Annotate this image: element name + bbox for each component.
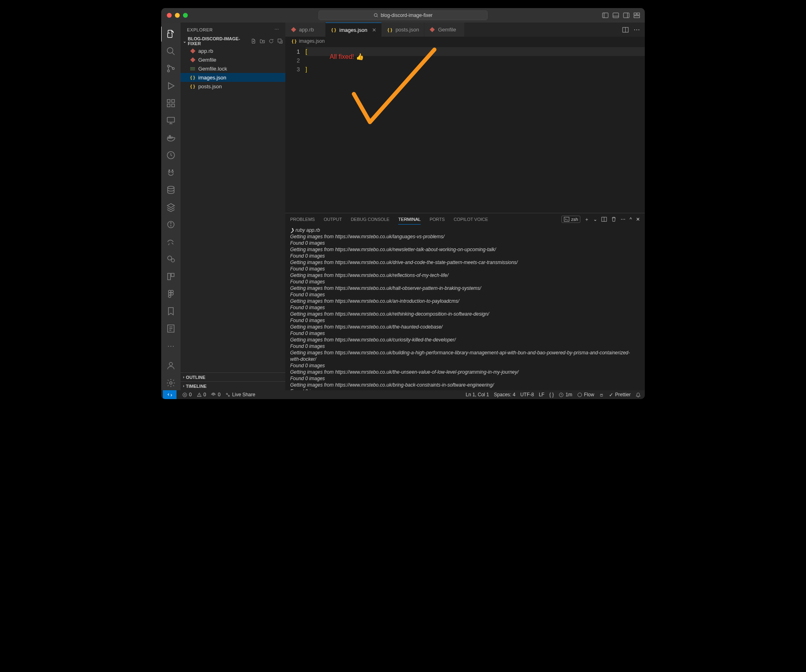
file-item[interactable]: app.rb: [181, 46, 285, 55]
panel-tab[interactable]: COPILOT VOICE: [454, 214, 488, 224]
eol-status[interactable]: LF: [536, 392, 547, 397]
editor-tab[interactable]: app.rb: [285, 23, 326, 37]
panel-tab[interactable]: PROBLEMS: [290, 214, 315, 224]
timeline-section[interactable]: ›TIMELINE: [181, 381, 285, 390]
notifications-icon[interactable]: [633, 392, 643, 397]
project-tab[interactable]: [161, 269, 181, 284]
search-text: blog-discord-image-fixer: [381, 12, 433, 18]
customize-layout-icon[interactable]: [634, 12, 640, 19]
folder-header[interactable]: ⌄ BLOG-DISCORD-IMAGE-FIXER: [181, 37, 285, 46]
file-item[interactable]: Gemfile.lock: [181, 64, 285, 73]
maximize-panel-icon[interactable]: ^: [629, 216, 632, 222]
split-editor-icon[interactable]: [622, 27, 629, 33]
breadcrumb-file: images.json: [299, 38, 325, 44]
figma-tab[interactable]: [161, 286, 181, 301]
annotation-checkmark: [346, 46, 507, 175]
copilot-status[interactable]: [596, 392, 607, 397]
toggle-panel-right-icon[interactable]: [623, 12, 629, 19]
share-tab[interactable]: [161, 234, 181, 249]
toggle-panel-left-icon[interactable]: [602, 12, 609, 19]
panel-tab[interactable]: PORTS: [430, 214, 445, 224]
minimize-window[interactable]: [175, 13, 180, 18]
file-item[interactable]: { }posts.json: [181, 82, 285, 91]
svg-point-27: [170, 223, 171, 223]
accounts-tab[interactable]: [161, 358, 181, 373]
close-panel-icon[interactable]: ✕: [636, 216, 640, 222]
search-tab[interactable]: [161, 44, 181, 59]
split-terminal-icon[interactable]: [601, 216, 607, 222]
svg-point-7: [167, 48, 173, 53]
layers-tab[interactable]: [161, 200, 181, 215]
close-window[interactable]: [167, 13, 172, 18]
terminal-shell-badge[interactable]: zsh: [561, 216, 580, 223]
terminal-line: Found 0 images: [290, 266, 640, 272]
editor-tab[interactable]: { }posts.json: [382, 23, 424, 37]
todo-tab[interactable]: [161, 321, 181, 336]
panel-more-icon[interactable]: ⋯: [621, 216, 625, 222]
svg-point-29: [171, 259, 174, 262]
cursor-position[interactable]: Ln 1, Col 1: [463, 392, 492, 397]
indentation-status[interactable]: Spaces: 4: [492, 392, 518, 397]
remote-indicator[interactable]: [163, 390, 177, 399]
command-center[interactable]: blog-discord-image-fixer: [318, 10, 488, 20]
language-mode[interactable]: { }: [547, 392, 556, 397]
svg-rect-4: [634, 13, 636, 15]
gitlens-tab[interactable]: [161, 217, 181, 232]
more-tab[interactable]: ⋯: [161, 338, 181, 353]
run-debug-tab[interactable]: [161, 79, 181, 94]
prettier-status[interactable]: ✓Prettier: [607, 392, 633, 398]
svg-rect-18: [171, 137, 172, 138]
warnings-status[interactable]: 0: [194, 392, 209, 397]
ports-status[interactable]: 0: [208, 392, 223, 397]
panel-tab[interactable]: TERMINAL: [398, 214, 421, 225]
editor-tab[interactable]: { }images.json✕: [326, 23, 382, 37]
chat-tab[interactable]: [161, 252, 181, 266]
svg-rect-17: [169, 137, 170, 138]
flow-status[interactable]: Flow: [575, 392, 596, 397]
line-gutter: 123: [285, 46, 305, 213]
file-item[interactable]: { }images.json: [181, 73, 285, 82]
bookmark-tab[interactable]: [161, 304, 181, 318]
editor-tab[interactable]: Gemfile: [424, 23, 465, 37]
copilot-tab[interactable]: [161, 165, 181, 180]
docker-tab[interactable]: [161, 131, 181, 146]
panel-tab[interactable]: OUTPUT: [324, 214, 342, 224]
outline-section[interactable]: ›OUTLINE: [181, 372, 285, 381]
close-tab-icon[interactable]: ✕: [372, 27, 376, 33]
maximize-window[interactable]: [183, 13, 188, 18]
terminal-line: Found 0 images: [290, 304, 640, 311]
new-terminal-icon[interactable]: ＋: [584, 216, 589, 223]
terminal-output[interactable]: ❯ ruby app.rbGetting images from https:/…: [285, 225, 645, 390]
live-share-status[interactable]: Live Share: [223, 392, 258, 397]
panel-tab[interactable]: DEBUG CONSOLE: [351, 214, 389, 224]
toggle-panel-bottom-icon[interactable]: [613, 12, 619, 19]
refresh-icon[interactable]: [268, 38, 274, 44]
activity-bar: ⋯: [161, 23, 181, 390]
new-file-icon[interactable]: [251, 38, 256, 44]
errors-status[interactable]: 0: [180, 392, 194, 397]
time-status[interactable]: 1m: [556, 392, 575, 397]
terminal-line: Found 0 images: [290, 362, 640, 369]
explorer-more-icon[interactable]: ⋯: [274, 27, 279, 32]
settings-tab[interactable]: [161, 375, 181, 390]
svg-rect-16: [168, 137, 169, 138]
svg-rect-15: [167, 117, 174, 122]
collapse-icon[interactable]: [277, 38, 283, 44]
database-tab[interactable]: [161, 183, 181, 198]
breadcrumb[interactable]: { } images.json: [285, 37, 645, 46]
testing-tab[interactable]: [161, 148, 181, 163]
terminal-dropdown-icon[interactable]: ⌄: [593, 216, 597, 222]
encoding-status[interactable]: UTF-8: [518, 392, 536, 397]
new-folder-icon[interactable]: [260, 38, 265, 44]
explorer-tab[interactable]: [161, 27, 180, 42]
extensions-tab[interactable]: [161, 96, 181, 111]
code-editor[interactable]: 123 [] All fixed! 👍: [285, 46, 645, 213]
svg-point-34: [171, 293, 173, 295]
source-control-tab[interactable]: [161, 61, 181, 76]
kill-terminal-icon[interactable]: [611, 216, 617, 222]
folder-name: BLOG-DISCORD-IMAGE-FIXER: [188, 36, 251, 46]
tab-more-icon[interactable]: ⋯: [634, 26, 640, 33]
remote-explorer-tab[interactable]: [161, 113, 181, 128]
terminal-line: Getting images from https://www.mrstebo.…: [290, 324, 640, 330]
file-item[interactable]: Gemfile: [181, 55, 285, 64]
